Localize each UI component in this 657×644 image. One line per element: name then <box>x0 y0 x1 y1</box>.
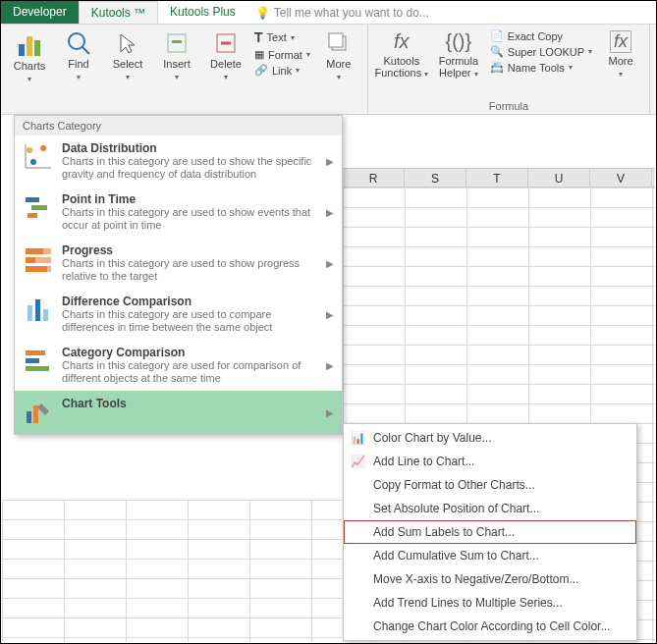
chevron-right-icon: ▶ <box>326 207 334 218</box>
dd-title: Chart Tools <box>62 397 318 410</box>
search-icon <box>66 30 91 56</box>
dd-desc: Charts in this category are used to show… <box>62 155 318 181</box>
tab-kutools[interactable]: Kutools ™ <box>79 1 158 24</box>
sub-label: Color Chart by Value... <box>373 431 492 445</box>
cursor-icon <box>115 30 140 56</box>
sub-trend-lines[interactable]: Add Trend Lines to Multiple Series... <box>344 591 636 615</box>
kutools-functions-button[interactable]: fx KutoolsFunctions ▾ <box>374 27 429 80</box>
chevron-down-icon: ▾ <box>569 63 573 72</box>
insert-icon <box>164 30 190 56</box>
tab-kutools-plus[interactable]: Kutools Plus <box>158 1 247 24</box>
svg-rect-1 <box>27 36 32 56</box>
svg-rect-24 <box>26 266 47 272</box>
tab-developer[interactable]: Developer <box>1 1 79 24</box>
svg-rect-18 <box>27 213 37 218</box>
more-button-2[interactable]: fx More▾ <box>598 27 643 80</box>
svg-rect-6 <box>172 40 182 43</box>
more-button-1[interactable]: More▾ <box>316 27 361 83</box>
svg-rect-30 <box>26 366 49 371</box>
sub-add-cumulative[interactable]: Add Cumulative Sum to Chart... <box>344 544 636 567</box>
chevron-down-icon: ▾ <box>291 33 295 42</box>
dd-title: Progress <box>62 243 318 257</box>
col-header[interactable]: T <box>466 169 528 187</box>
charts-button[interactable]: Charts▾ <box>7 27 52 85</box>
super-lookup-label: Super LOOKUP <box>508 46 584 58</box>
dd-category-comparison[interactable]: Category ComparisonCharts in this catego… <box>15 340 342 391</box>
charts-label: Charts <box>14 60 45 72</box>
worksheet-grid-left[interactable] <box>2 500 342 642</box>
formula-helper-button[interactable]: {()} FormulaHelper ▾ <box>433 27 484 80</box>
insert-button[interactable]: Insert▾ <box>154 27 199 83</box>
select-button[interactable]: Select▾ <box>105 27 150 83</box>
svg-rect-10 <box>329 33 343 47</box>
sub-label: Set Absolute Position of Chart... <box>373 502 539 515</box>
format-button[interactable]: ▦Format▾ <box>252 47 312 62</box>
format-label: Format <box>268 49 302 61</box>
bulb-icon: 💡 <box>255 6 270 20</box>
chevron-down-icon: ▾ <box>619 70 623 79</box>
chevron-right-icon: ▶ <box>326 360 334 371</box>
sub-label: Change Chart Color According to Cell Col… <box>373 619 610 633</box>
bar-chart-icon <box>16 30 43 58</box>
sub-add-sum-labels[interactable]: Add Sum Labels to Chart... <box>344 520 636 544</box>
dd-title: Point in Time <box>62 192 318 206</box>
chevron-down-icon: ▾ <box>588 47 592 56</box>
sub-label: Copy Format to Other Charts... <box>373 478 535 492</box>
dd-desc: Charts in this category are used to comp… <box>62 308 318 334</box>
exact-copy-button[interactable]: 📄Exact Copy <box>488 28 594 43</box>
tell-me[interactable]: 💡 Tell me what you want to do... <box>247 1 437 24</box>
group-last: Relast <box>650 25 657 114</box>
col-header[interactable]: S <box>405 169 466 187</box>
name-icon: 📇 <box>490 61 504 74</box>
group-charts-find: Charts▾ Find▾ Select▾ Insert▾ Delete▾ TT… <box>1 25 368 114</box>
select-label: Select <box>113 58 143 70</box>
chevron-down-icon: ▾ <box>306 50 310 59</box>
super-lookup-button[interactable]: 🔍Super LOOKUP▾ <box>488 44 594 59</box>
line-chart-icon: 📈 <box>350 455 365 468</box>
link-button[interactable]: 🔗Link▾ <box>252 63 312 78</box>
chevron-right-icon: ▶ <box>326 309 334 320</box>
chevron-down-icon: ▾ <box>337 73 341 81</box>
sub-move-xaxis[interactable]: Move X-axis to Negative/Zero/Bottom... <box>344 567 636 591</box>
text-icon: T <box>254 29 263 45</box>
find-button[interactable]: Find▾ <box>56 27 101 83</box>
sub-change-color[interactable]: Change Chart Color According to Cell Col… <box>344 615 636 638</box>
tools-icon <box>23 397 54 428</box>
dd-title: Difference Comparison <box>62 295 318 308</box>
dd-difference-comparison[interactable]: Difference ComparisonCharts in this cate… <box>15 289 342 340</box>
delete-icon <box>213 30 239 56</box>
name-tools-label: Name Tools <box>508 62 565 74</box>
sub-absolute-position[interactable]: Set Absolute Position of Chart... <box>344 497 636 520</box>
fx-icon: fx <box>394 30 410 53</box>
name-tools-button[interactable]: 📇Name Tools▾ <box>488 60 594 75</box>
link-icon: 🔗 <box>254 64 268 77</box>
more2-label: More <box>609 55 633 67</box>
dd-title: Data Distribution <box>62 141 318 155</box>
dd-desc: Charts in this category are used for com… <box>62 359 318 385</box>
svg-point-13 <box>30 159 36 165</box>
sub-label: Add Sum Labels to Chart... <box>373 525 515 539</box>
sub-color-by-value[interactable]: 📊Color Chart by Value... <box>344 426 636 450</box>
delete-button[interactable]: Delete▾ <box>203 27 248 83</box>
col-header[interactable]: R <box>343 169 405 187</box>
svg-rect-25 <box>27 305 32 321</box>
lookup-icon: 🔍 <box>490 45 504 58</box>
delete-label: Delete <box>210 58 242 70</box>
dd-data-distribution[interactable]: Data DistributionCharts in this category… <box>15 135 342 187</box>
col-header[interactable]: V <box>590 169 652 187</box>
text-button[interactable]: TText▾ <box>252 28 312 46</box>
group-label <box>7 100 361 114</box>
dd-chart-tools[interactable]: Chart Tools ▶ <box>15 391 342 434</box>
chevron-right-icon: ▶ <box>326 407 334 418</box>
sub-add-line[interactable]: 📈Add Line to Chart... <box>344 450 636 473</box>
dd-desc: Charts in this category are used to show… <box>62 206 318 232</box>
sub-copy-format[interactable]: Copy Format to Other Charts... <box>344 473 636 497</box>
dd-point-in-time[interactable]: Point in TimeCharts in this category are… <box>15 187 342 238</box>
dd-progress[interactable]: ProgressCharts in this category are used… <box>15 238 342 289</box>
group-formula: fx KutoolsFunctions ▾ {()} FormulaHelper… <box>368 25 650 114</box>
col-header[interactable]: U <box>528 169 590 187</box>
svg-rect-2 <box>34 40 40 56</box>
svg-rect-22 <box>26 257 35 263</box>
braces-icon: {()} <box>446 30 472 53</box>
grid-icon: ▦ <box>254 48 264 61</box>
